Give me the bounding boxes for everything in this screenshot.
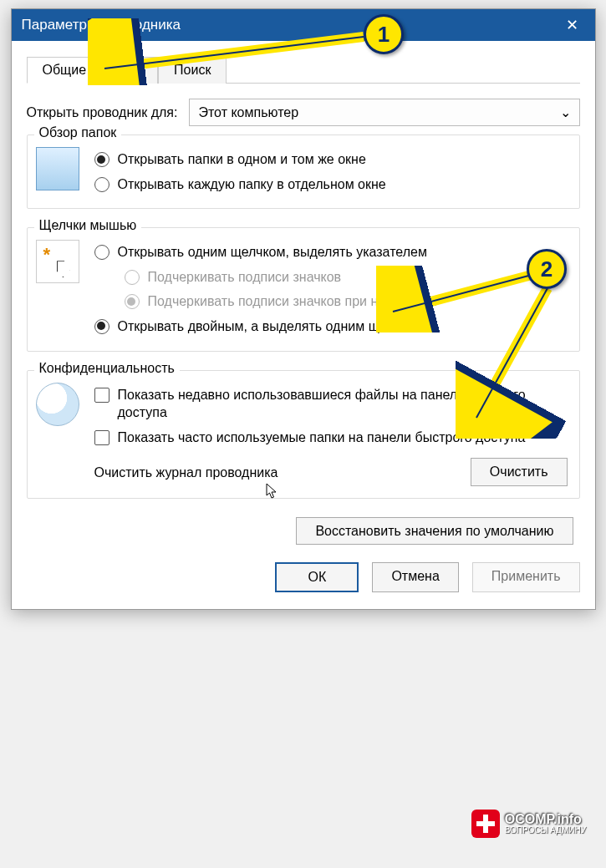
radio-underline-all: [125, 270, 140, 285]
group-privacy-title: Конфиденциальность: [34, 361, 180, 376]
close-icon[interactable]: ✕: [559, 16, 585, 34]
label-single-click: Открывать одним щелчком, выделять указат…: [118, 243, 427, 261]
label-underline-all: Подчеркивать подписи значков: [148, 268, 342, 287]
radio-single-click[interactable]: [94, 245, 109, 260]
radio-new-window[interactable]: [94, 177, 109, 192]
check-recent-files[interactable]: [94, 388, 109, 403]
restore-defaults-button[interactable]: Восстановить значения по умолчанию: [296, 517, 573, 545]
radio-underline-hover: [125, 294, 140, 309]
restore-row: Восстановить значения по умолчанию: [27, 524, 573, 539]
svg-line-1: [104, 37, 364, 69]
annotation-arrow-2b: [456, 280, 573, 439]
group-click-items-title: Щелчки мышью: [34, 218, 142, 233]
label-clear-history: Очистить журнал проводника: [94, 464, 278, 482]
ok-button[interactable]: ОК: [275, 562, 359, 592]
open-explorer-row: Открыть проводник для: Этот компьютер ⌄: [27, 99, 580, 126]
group-folder-browse: Обзор папок Открывать папки в одном и то…: [27, 135, 580, 209]
open-explorer-label: Открыть проводник для:: [27, 105, 178, 120]
annotation-badge-2: 2: [527, 249, 567, 289]
open-explorer-combo[interactable]: Этот компьютер ⌄: [189, 99, 579, 126]
annotation-badge-1: 1: [364, 14, 404, 54]
check-frequent-folders[interactable]: [94, 430, 109, 445]
cursor-click-icon: [36, 240, 79, 283]
mouse-cursor-icon: [266, 483, 278, 500]
svg-line-5: [476, 288, 547, 418]
radio-double-click[interactable]: [94, 319, 109, 334]
watermark-title: OCOMP.info: [505, 813, 586, 826]
chevron-down-icon: ⌄: [560, 104, 571, 120]
clear-button[interactable]: Очистить: [471, 458, 568, 486]
group-folder-browse-title: Обзор папок: [34, 125, 122, 140]
cancel-button[interactable]: Отмена: [372, 562, 458, 592]
folder-window-icon: [36, 147, 79, 190]
apply-button: Применить: [472, 562, 580, 592]
radio-same-window[interactable]: [94, 152, 109, 167]
label-new-window: Открывать каждую папку в отдельном окне: [118, 175, 386, 194]
plus-icon: [471, 810, 500, 838]
watermark-subtitle: ВОПРОСЫ АДМИНУ: [505, 826, 586, 835]
history-icon: [36, 383, 79, 426]
label-same-window: Открывать папки в одном и том же окне: [118, 150, 366, 169]
watermark: OCOMP.info ВОПРОСЫ АДМИНУ: [471, 810, 586, 838]
annotation-arrow-1: [88, 18, 372, 85]
combo-value: Этот компьютер: [198, 105, 298, 120]
dialog-buttons: ОК Отмена Применить: [27, 562, 580, 592]
